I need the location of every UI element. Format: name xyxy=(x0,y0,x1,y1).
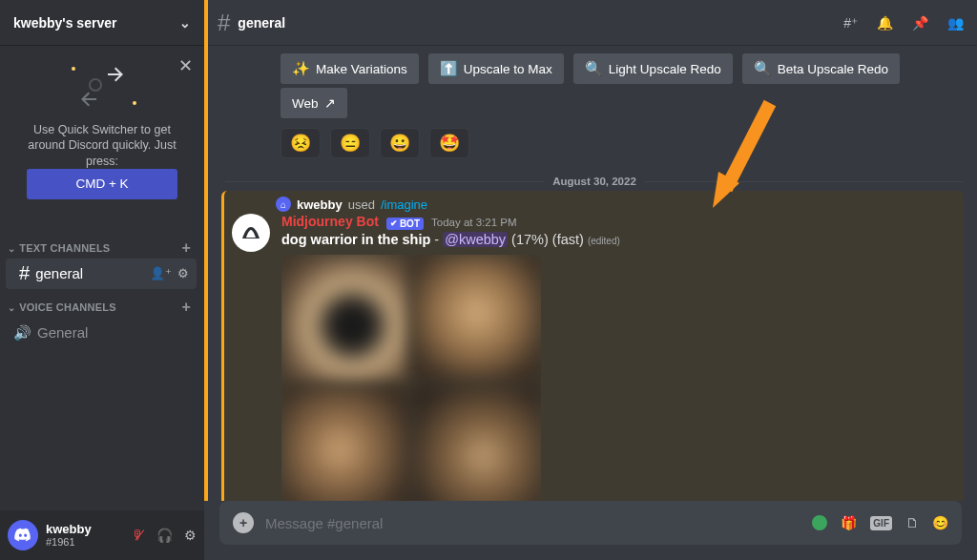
message-content: dog warrior in the ship - @kwebby (17%) … xyxy=(281,232,620,247)
gif-icon[interactable]: GIF xyxy=(870,516,892,530)
threads-icon[interactable]: #⁺ xyxy=(843,15,858,31)
bot-message: ⌂ kwebby used /imagine Midjourney Bot BO… xyxy=(221,191,964,501)
voice-channel-general[interactable]: 🔊 General xyxy=(0,318,204,348)
beta-redo-button[interactable]: 🔍Beta Upscale Redo xyxy=(742,53,900,84)
reaction[interactable]: 😀 xyxy=(380,128,420,158)
web-button[interactable]: Web↗ xyxy=(281,88,347,118)
messages: ✨Make Variations ⬆️Upscale to Max 🔍Light… xyxy=(204,46,977,501)
interaction-header[interactable]: ⌂ kwebby used /imagine xyxy=(232,197,956,212)
channel-general[interactable]: # general 👤⁺⚙ xyxy=(6,259,197,289)
close-icon[interactable]: ✕ xyxy=(178,55,193,77)
add-voice-icon[interactable]: + xyxy=(181,299,191,316)
settings-icon[interactable]: ⚙ xyxy=(184,528,197,543)
slash-command[interactable]: /imagine xyxy=(381,197,427,212)
sidebar: kwebby's server ⌄ ✕ Use Quick Switcher t… xyxy=(0,0,204,560)
date-divider: August 30, 2022 xyxy=(225,176,964,187)
attach-icon[interactable]: + xyxy=(233,512,254,533)
bot-name[interactable]: Midjourney Bot xyxy=(281,214,379,229)
sticker-icon[interactable]: 🗋 xyxy=(905,515,919,530)
action-buttons: ✨Make Variations ⬆️Upscale to Max 🔍Light… xyxy=(212,46,977,88)
voice-channels-header[interactable]: ⌄VOICE CHANNELS + xyxy=(0,289,204,318)
bot-tag: BOT xyxy=(386,218,424,230)
user-info[interactable]: kwebby #1961 xyxy=(46,523,92,548)
speaker-icon: 🔊 xyxy=(13,324,31,342)
mute-icon[interactable]: 🎙︎̸ xyxy=(132,528,145,543)
light-redo-button[interactable]: 🔍Light Upscale Redo xyxy=(573,53,733,84)
server-header[interactable]: kwebby's server ⌄ xyxy=(0,0,204,46)
main: # general #⁺ 🔔 📌 👥 ✨Make Variations ⬆️Up… xyxy=(204,0,977,560)
message-input[interactable]: + Message #general 🎁 GIF 🗋 😊 xyxy=(219,501,962,545)
tip-graphic xyxy=(64,63,140,111)
members-icon[interactable]: 👥 xyxy=(947,15,964,31)
chevron-down-icon: ⌄ xyxy=(179,15,191,31)
headphones-icon[interactable]: 🎧 xyxy=(156,528,173,543)
cmdk-button[interactable]: CMD + K xyxy=(27,169,177,199)
quick-switcher-tip: ✕ Use Quick Switcher to get around Disco… xyxy=(0,46,204,230)
emoji-icon[interactable]: 😊 xyxy=(932,515,948,530)
timestamp: Today at 3:21 PM xyxy=(431,217,517,228)
bell-icon[interactable]: 🔔 xyxy=(877,15,893,31)
image-grid[interactable] xyxy=(281,255,541,502)
external-link-icon: ↗ xyxy=(324,95,336,111)
avatar[interactable] xyxy=(8,520,38,550)
add-channel-icon[interactable]: + xyxy=(181,239,191,257)
server-name: kwebby's server xyxy=(13,15,116,31)
gear-icon[interactable]: ⚙ xyxy=(177,266,189,280)
text-channels-header[interactable]: ⌄TEXT CHANNELS + xyxy=(0,230,204,259)
reaction[interactable]: 🤩 xyxy=(429,128,469,158)
channel-name: general xyxy=(238,15,285,31)
make-variations-button[interactable]: ✨Make Variations xyxy=(281,53,419,84)
nitro-icon[interactable] xyxy=(812,515,827,530)
tip-text: Use Quick Switcher to get around Discord… xyxy=(13,122,191,169)
upscale-max-button[interactable]: ⬆️Upscale to Max xyxy=(428,53,564,84)
user-mention[interactable]: @kwebby xyxy=(443,232,508,247)
bot-avatar[interactable] xyxy=(232,214,270,252)
reactions: 😣 😑 😀 🤩 xyxy=(212,122,977,168)
hash-icon: # xyxy=(19,262,30,284)
reaction[interactable]: 😣 xyxy=(281,128,321,158)
channel-header: # general #⁺ 🔔 📌 👥 xyxy=(204,0,977,46)
hash-icon: # xyxy=(218,10,230,36)
pin-icon[interactable]: 📌 xyxy=(912,15,928,31)
user-panel: kwebby #1961 🎙︎̸ 🎧 ⚙ xyxy=(0,510,204,560)
invite-icon[interactable]: 👤⁺ xyxy=(150,266,172,280)
gift-icon[interactable]: 🎁 xyxy=(841,515,857,530)
input-placeholder: Message #general xyxy=(265,515,800,531)
message-input-bar: + Message #general 🎁 GIF 🗋 😊 xyxy=(204,501,977,560)
user-avatar-small: ⌂ xyxy=(276,197,291,212)
reaction[interactable]: 😑 xyxy=(330,128,370,158)
